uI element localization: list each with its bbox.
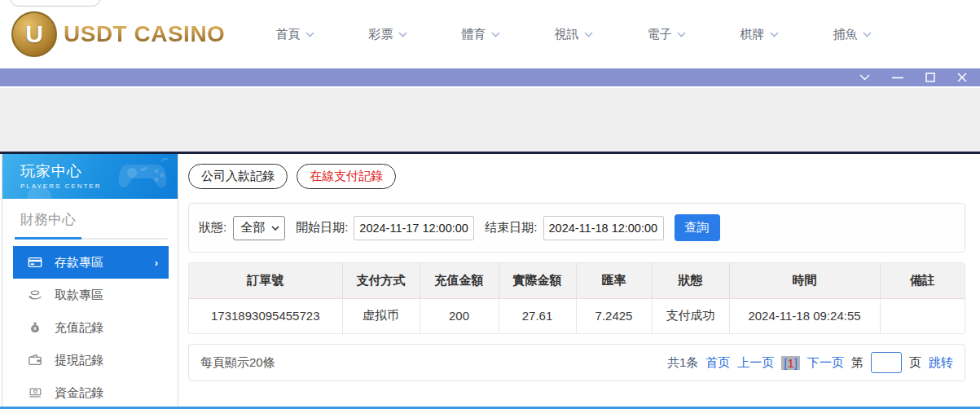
cell-order-number: 1731893095455723 [189,298,342,333]
end-date-label: 结束日期: [485,220,537,235]
col-remark: 備註 [880,263,965,298]
sidebar-item-label: 取款專區 [55,288,103,303]
nav-item-fishing[interactable]: 捕魚 [833,27,872,42]
nav-item-lottery[interactable]: 彩票 [368,27,407,42]
deposit-card-icon [28,255,42,270]
current-page-indicator: [1] [781,356,800,370]
jump-prefix-text: 第 [851,355,864,371]
nav-item-video[interactable]: 視訊 [554,27,593,42]
nav-label: 電子 [647,27,671,42]
chevron-down-icon [271,226,279,231]
sidebar-item-deposit-zone[interactable]: 存款專區 › [13,246,169,279]
players-center-header: 玩家中心 PLAYERS CENTER [2,154,178,199]
cell-exchange-rate: 7.2425 [576,298,652,333]
sidebar-item-funds-record[interactable]: 資金記錄 [13,376,169,407]
wallet-icon [28,353,42,367]
chevron-down-icon [863,32,872,37]
col-time: 時間 [729,263,880,298]
gamepad-icon [116,156,174,194]
sidebar-item-withdrawal-record[interactable]: 提現記錄 [13,344,169,376]
sidebar-item-label: 充值記錄 [55,320,103,336]
chevron-down-icon [584,32,593,37]
maximize-icon[interactable] [925,73,935,82]
nav-label: 視訊 [554,27,578,42]
chevron-down-icon [398,32,407,37]
logo-letter: U [25,22,43,46]
total-count-text: 共1条 [667,355,698,371]
sidebar-item-withdraw-zone[interactable]: 取款專區 [13,279,169,311]
search-button[interactable]: 查詢 [675,214,720,241]
status-select-value: 全部 [240,220,265,235]
jump-page-input[interactable] [871,352,902,373]
cell-status: 支付成功 [652,298,729,333]
banknote-icon [28,385,42,400]
start-date-input[interactable] [354,216,474,240]
money-bag-icon: ¥ [28,320,42,335]
nav-label: 彩票 [368,27,393,42]
window-titlebar [0,68,980,86]
minimize-icon[interactable] [892,77,903,79]
status-select[interactable]: 全部 [233,216,285,240]
page-size-text: 每頁顯示20條 [200,355,275,371]
sidebar-item-label: 存款專區 [55,255,103,270]
sidebar-item-label: 提現記錄 [55,353,103,368]
chevron-right-icon: › [155,257,158,269]
pagination-controls: 共1条 首页 上一页 [1] 下一页 第 页 跳转 [667,352,953,373]
tab-online-payment-record[interactable]: 在線支付記錄 [297,164,396,189]
nav-label: 棋牌 [740,27,764,42]
filter-bar: 狀態: 全部 開始日期: 结束日期: 查詢 [188,203,965,253]
prev-page-link[interactable]: 上一页 [737,355,774,371]
col-actual-amount: 實際金額 [499,263,576,298]
nav-item-home[interactable]: 首頁 [275,27,314,42]
logo-text: USDT CASINO [64,21,225,47]
close-icon[interactable] [957,73,967,82]
nav-label: 捕魚 [833,27,857,42]
site-header: U USDT CASINO 首頁 彩票 體育 視訊 電子 [0,0,980,68]
cell-actual-amount: 27.61 [499,298,576,333]
chevron-down-icon [677,32,686,37]
sidebar: 玩家中心 PLAYERS CENTER 財務中心 [2,154,178,407]
cell-recharge-amount: 200 [420,298,499,333]
col-exchange-rate: 匯率 [576,263,652,298]
nav-item-sports[interactable]: 體育 [461,27,500,42]
nav-item-cards[interactable]: 棋牌 [740,27,779,42]
titlebar-chevron-down-icon[interactable] [859,74,870,81]
gray-band [0,88,980,152]
jump-button[interactable]: 跳转 [929,355,953,371]
start-date-label: 開始日期: [296,220,348,235]
content: 公司入款記錄 在線支付記錄 狀態: 全部 開始日期: 结束日期: 查詢 [178,154,980,407]
cell-time: 2024-11-18 09:24:55 [729,298,880,333]
next-page-link[interactable]: 下一页 [807,355,844,371]
col-recharge-amount: 充值金額 [420,263,499,298]
status-label: 狀態: [199,220,226,235]
divider [15,238,168,240]
chevron-down-icon [770,32,779,37]
col-order-number: 訂單號 [189,263,342,298]
col-payment-method: 支付方式 [342,263,420,298]
table-header-row: 訂單號 支付方式 充值金額 實際金額 匯率 狀態 時間 備註 [189,263,965,298]
chevron-down-icon [491,32,500,37]
logo-icon: U [11,11,57,57]
cell-payment-method: 虚拟币 [342,298,420,333]
finance-center-title: 財務中心 [20,210,178,230]
first-page-link[interactable]: 首页 [705,355,730,371]
jump-suffix-text: 页 [909,355,921,371]
popup-remnant [10,0,101,7]
sidebar-menu: 存款專區 › 取款專區 ¥ 充值記錄 [2,246,178,407]
cell-remark [880,298,965,333]
record-tabs: 公司入款記錄 在線支付記錄 [188,164,965,189]
main-nav: 首頁 彩票 體育 視訊 電子 棋牌 [275,27,872,42]
sidebar-item-label: 資金記錄 [55,385,103,401]
nav-item-slots[interactable]: 電子 [647,27,686,42]
nav-label: 首頁 [275,27,300,42]
bracket: ] [794,356,798,370]
table-row: 1731893095455723 虚拟币 200 27.61 7.2425 支付… [189,298,965,333]
end-date-input[interactable] [543,216,664,240]
sidebar-item-recharge-record[interactable]: ¥ 充值記錄 [13,311,169,344]
col-status: 狀態 [652,263,729,298]
current-page-number: 1 [787,356,793,370]
tab-company-deposit-record[interactable]: 公司入款記錄 [188,164,288,189]
records-table: 訂單號 支付方式 充值金額 實際金額 匯率 狀態 時間 備註 173189309 [188,262,965,334]
logo[interactable]: U USDT CASINO [11,11,225,57]
pagination-bar: 每頁顯示20條 共1条 首页 上一页 [1] 下一页 第 页 跳转 [188,344,965,381]
